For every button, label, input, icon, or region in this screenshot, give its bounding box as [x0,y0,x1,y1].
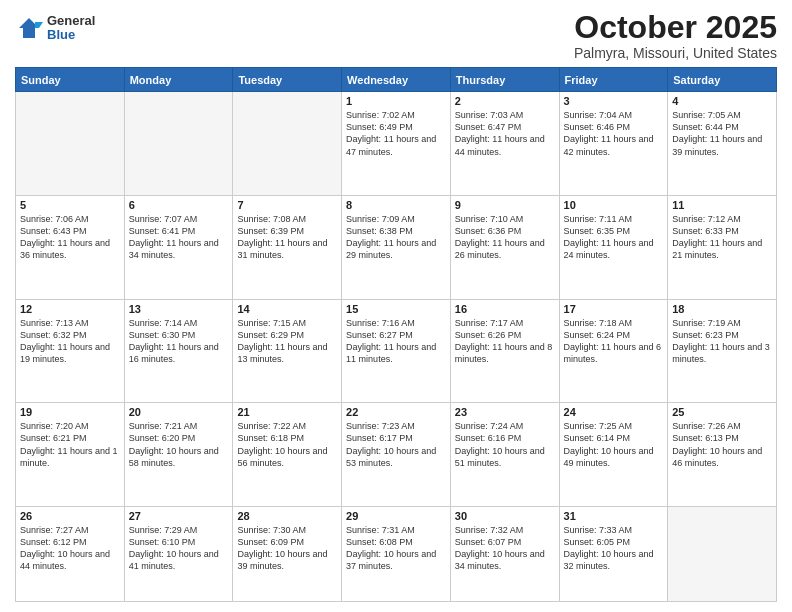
cell-content: Daylight: 10 hours and 56 minutes. [237,445,337,469]
calendar-cell: 17Sunrise: 7:18 AMSunset: 6:24 PMDayligh… [559,299,668,403]
cell-content: Sunset: 6:21 PM [20,432,120,444]
calendar-cell: 30Sunrise: 7:32 AMSunset: 6:07 PMDayligh… [450,507,559,602]
calendar-cell: 7Sunrise: 7:08 AMSunset: 6:39 PMDaylight… [233,195,342,299]
calendar-cell: 22Sunrise: 7:23 AMSunset: 6:17 PMDayligh… [342,403,451,507]
logo: General Blue [15,14,95,43]
day-number: 29 [346,510,446,522]
cell-content: Sunrise: 7:11 AM [564,213,664,225]
calendar-table: Sunday Monday Tuesday Wednesday Thursday… [15,67,777,602]
cell-content: Daylight: 10 hours and 51 minutes. [455,445,555,469]
cell-content: Daylight: 10 hours and 58 minutes. [129,445,229,469]
logo-general: General [47,14,95,28]
cell-content: Sunrise: 7:25 AM [564,420,664,432]
cell-content: Daylight: 11 hours and 34 minutes. [129,237,229,261]
calendar-cell: 23Sunrise: 7:24 AMSunset: 6:16 PMDayligh… [450,403,559,507]
day-number: 23 [455,406,555,418]
cell-content: Daylight: 10 hours and 37 minutes. [346,548,446,572]
day-number: 5 [20,199,120,211]
logo-blue: Blue [47,28,95,42]
day-number: 26 [20,510,120,522]
cell-content: Sunrise: 7:15 AM [237,317,337,329]
cell-content: Daylight: 11 hours and 8 minutes. [455,341,555,365]
calendar-cell: 2Sunrise: 7:03 AMSunset: 6:47 PMDaylight… [450,92,559,196]
day-number: 13 [129,303,229,315]
calendar-cell: 16Sunrise: 7:17 AMSunset: 6:26 PMDayligh… [450,299,559,403]
cell-content: Sunrise: 7:09 AM [346,213,446,225]
cell-content: Sunset: 6:41 PM [129,225,229,237]
cell-content: Sunset: 6:29 PM [237,329,337,341]
calendar-cell: 28Sunrise: 7:30 AMSunset: 6:09 PMDayligh… [233,507,342,602]
calendar-cell: 14Sunrise: 7:15 AMSunset: 6:29 PMDayligh… [233,299,342,403]
calendar-cell: 10Sunrise: 7:11 AMSunset: 6:35 PMDayligh… [559,195,668,299]
cell-content: Daylight: 11 hours and 13 minutes. [237,341,337,365]
day-number: 30 [455,510,555,522]
cell-content: Daylight: 10 hours and 49 minutes. [564,445,664,469]
calendar-week-3: 12Sunrise: 7:13 AMSunset: 6:32 PMDayligh… [16,299,777,403]
cell-content: Sunrise: 7:17 AM [455,317,555,329]
day-number: 15 [346,303,446,315]
cell-content: Daylight: 11 hours and 26 minutes. [455,237,555,261]
cell-content: Daylight: 10 hours and 46 minutes. [672,445,772,469]
day-number: 27 [129,510,229,522]
calendar-cell: 1Sunrise: 7:02 AMSunset: 6:49 PMDaylight… [342,92,451,196]
cell-content: Daylight: 10 hours and 34 minutes. [455,548,555,572]
cell-content: Sunset: 6:24 PM [564,329,664,341]
cell-content: Daylight: 11 hours and 36 minutes. [20,237,120,261]
calendar-cell: 19Sunrise: 7:20 AMSunset: 6:21 PMDayligh… [16,403,125,507]
cell-content: Daylight: 11 hours and 29 minutes. [346,237,446,261]
cell-content: Sunset: 6:05 PM [564,536,664,548]
day-number: 28 [237,510,337,522]
cell-content: Sunrise: 7:10 AM [455,213,555,225]
day-number: 14 [237,303,337,315]
day-number: 3 [564,95,664,107]
cell-content: Sunset: 6:07 PM [455,536,555,548]
logo-icon [15,14,43,42]
calendar-cell: 3Sunrise: 7:04 AMSunset: 6:46 PMDaylight… [559,92,668,196]
day-number: 20 [129,406,229,418]
calendar-cell: 13Sunrise: 7:14 AMSunset: 6:30 PMDayligh… [124,299,233,403]
cell-content: Sunset: 6:16 PM [455,432,555,444]
day-number: 8 [346,199,446,211]
cell-content: Sunrise: 7:02 AM [346,109,446,121]
day-number: 11 [672,199,772,211]
cell-content: Sunrise: 7:33 AM [564,524,664,536]
cell-content: Sunrise: 7:23 AM [346,420,446,432]
day-number: 4 [672,95,772,107]
cell-content: Daylight: 11 hours and 24 minutes. [564,237,664,261]
cell-content: Sunrise: 7:31 AM [346,524,446,536]
day-number: 7 [237,199,337,211]
cell-content: Daylight: 11 hours and 19 minutes. [20,341,120,365]
day-number: 31 [564,510,664,522]
cell-content: Daylight: 11 hours and 21 minutes. [672,237,772,261]
cell-content: Daylight: 11 hours and 3 minutes. [672,341,772,365]
cell-content: Sunrise: 7:07 AM [129,213,229,225]
header: General Blue October 2025 Palmyra, Misso… [15,10,777,61]
cell-content: Daylight: 11 hours and 47 minutes. [346,133,446,157]
calendar-cell: 24Sunrise: 7:25 AMSunset: 6:14 PMDayligh… [559,403,668,507]
cell-content: Daylight: 11 hours and 16 minutes. [129,341,229,365]
calendar-cell [668,507,777,602]
cell-content: Sunrise: 7:04 AM [564,109,664,121]
cell-content: Daylight: 10 hours and 53 minutes. [346,445,446,469]
day-number: 1 [346,95,446,107]
cell-content: Sunrise: 7:12 AM [672,213,772,225]
cell-content: Daylight: 10 hours and 39 minutes. [237,548,337,572]
calendar-cell [124,92,233,196]
calendar-cell [233,92,342,196]
cell-content: Sunset: 6:33 PM [672,225,772,237]
calendar-week-4: 19Sunrise: 7:20 AMSunset: 6:21 PMDayligh… [16,403,777,507]
cell-content: Sunset: 6:38 PM [346,225,446,237]
calendar-cell: 15Sunrise: 7:16 AMSunset: 6:27 PMDayligh… [342,299,451,403]
col-thursday: Thursday [450,68,559,92]
cell-content: Sunset: 6:13 PM [672,432,772,444]
cell-content: Sunset: 6:12 PM [20,536,120,548]
calendar-cell: 11Sunrise: 7:12 AMSunset: 6:33 PMDayligh… [668,195,777,299]
cell-content: Sunset: 6:49 PM [346,121,446,133]
day-number: 17 [564,303,664,315]
cell-content: Sunset: 6:39 PM [237,225,337,237]
cell-content: Sunset: 6:18 PM [237,432,337,444]
cell-content: Sunrise: 7:20 AM [20,420,120,432]
cell-content: Sunrise: 7:16 AM [346,317,446,329]
cell-content: Sunset: 6:36 PM [455,225,555,237]
calendar-cell: 9Sunrise: 7:10 AMSunset: 6:36 PMDaylight… [450,195,559,299]
